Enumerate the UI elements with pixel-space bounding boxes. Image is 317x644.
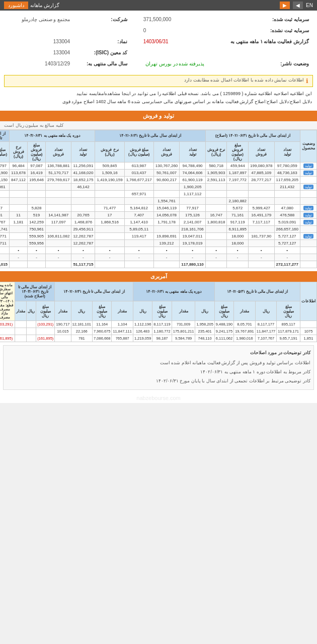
notice-2: دلایل اصلاح:دلایل اصلاح:اصلاح گزارش فعال… [5, 98, 312, 105]
cell [55, 335, 71, 342]
cell: - [227, 254, 249, 261]
cell [300, 190, 317, 197]
table-row: 2,180,882 1,554,761 [0, 197, 317, 204]
cell: 195,768,015 [0, 261, 10, 268]
cell: 148,271,150 [0, 176, 10, 183]
production-subtitle: کلیه مبالغ به میلیون ریال است [0, 121, 317, 130]
cell [274, 197, 300, 204]
table-row: 1,117,112 657,971 [0, 190, 317, 197]
watermark: nabzebourse.com [0, 393, 317, 403]
consumption-table: اطلاعات از ابتدای سال مالی تا تاریخ ۱۴۰۲… [0, 282, 317, 342]
cell [0, 328, 15, 335]
cell: 11,847,177 [255, 328, 277, 335]
fiscal-value: 133004 [6, 48, 72, 58]
table-row: تولید 211,432 1,900,205 46,142 1,580,861 [0, 183, 317, 190]
cell [153, 225, 180, 232]
cell [10, 204, 28, 211]
cell: 319,119,900 [0, 169, 10, 176]
cell: 1,147,410 [124, 218, 153, 225]
cell: 1,104 [112, 320, 133, 328]
capital-value: 371,500,000 [141, 15, 207, 25]
cell: 519 [28, 211, 46, 218]
cell: 1,580,861 [0, 183, 10, 190]
cell [300, 239, 317, 247]
cell: 613,987 [124, 162, 153, 169]
cell: 98,187 [152, 335, 172, 342]
table-row: 1,851 9,65,7,191 7,107,767 1,980,016 6,1… [0, 335, 317, 342]
cell [71, 197, 95, 204]
cell: 136,788,881 [45, 162, 71, 169]
cell: • [45, 247, 71, 254]
th-rial-3: ریال [133, 301, 152, 321]
cell: 5,672 [227, 204, 249, 211]
table-row: تولید 48,736,163 47,885,109 1,187,897 1,… [0, 169, 317, 176]
nav-next-button[interactable]: ▶ [280, 2, 290, 9]
cell [249, 190, 275, 197]
cell: 1,766,677,217 [124, 176, 153, 183]
col-period-1403-month: دوره یک ماهه منتهی به ۱۴۰۳/۰۶/۳۱ [10, 130, 95, 141]
cell: 7,117,117 [249, 218, 275, 225]
th-count-prod-2: تعدادتولید [180, 141, 206, 162]
nav-prev-button[interactable]: ◀ [293, 2, 303, 9]
cell: 5,89,05,11 [124, 225, 153, 232]
cell: 14,056,078 [153, 211, 180, 218]
cell [153, 190, 180, 197]
th-qty-3: مقدار [112, 301, 133, 321]
th-amount-4: مبلغمیلیونریال [93, 301, 112, 321]
th-count-sale-3: تعدادفروش [45, 141, 71, 162]
cell: • [249, 247, 275, 254]
cell: 10,015 [55, 328, 71, 335]
cell: 580,718 [205, 162, 227, 169]
cell [28, 261, 46, 268]
cell [124, 261, 153, 268]
cell: 1,187,897 [227, 169, 249, 176]
total-row: 272,117,277 117,880,110 51,117,715 195,7… [0, 261, 317, 268]
note-2: کادر مربوط به اطلاعات دوره ۱ ماهه منتهی … [7, 368, 310, 376]
cell: 5,727,127 [274, 239, 300, 247]
cell: 22,166 [71, 328, 93, 335]
status-label: وضعیت ناشر: [207, 59, 311, 69]
cell: 1,868,516 [95, 218, 124, 225]
dashboard-button[interactable]: داشبورد [4, 2, 28, 9]
cell: 17,755,711 [0, 239, 10, 247]
table-row: 5,727,127 18,000 19,178,019 139,212 12,2… [0, 239, 317, 247]
cell: 19,047,011 [180, 232, 206, 239]
cell: 1,800,818 [205, 218, 227, 225]
table-row: تولید 5,019,091 7,117,117 917,119 1,800,… [0, 218, 317, 225]
cell: 235,401 [195, 328, 214, 335]
th-rate-sale-3: نرخ فروش(ریال) [10, 141, 28, 162]
cell [249, 225, 275, 232]
cell [28, 183, 46, 190]
cell: 1,905,903 [205, 169, 227, 176]
cell [45, 183, 71, 190]
cell: 47,080 [274, 204, 300, 211]
alert-box: ℹ اطلاعات نمایش داده شده با اطلاعات اعما… [4, 75, 313, 87]
status-value: پذیرفته شده در بورس تهران [130, 59, 207, 69]
cell: 142,259 [28, 218, 46, 225]
cell [45, 204, 71, 211]
cell [10, 183, 28, 190]
note-3: کادر توضیحی مرتبط بر اطلاعات تجمعی از اب… [7, 377, 310, 385]
notes-section: کادر توضیحات در مورد اصلاحات اطلاعات برا… [3, 345, 314, 390]
cell [205, 239, 227, 247]
cell: 5,999,427 [249, 204, 275, 211]
cell: 5,828 [28, 204, 46, 211]
th-qty: مقدار [234, 301, 256, 321]
cell: 16,419 [28, 169, 46, 176]
cell [27, 328, 36, 335]
cell [15, 328, 27, 335]
cell: 18,000 [227, 239, 249, 247]
th-amount-sale-2: مبلغ فروش(میلیون ریال) [124, 141, 153, 162]
cell: 013,437 [124, 169, 153, 176]
cell: - [153, 254, 180, 261]
cell: 12,262,787 [71, 232, 95, 239]
cell: 509,845 [95, 162, 124, 169]
cell: 19,101 [0, 211, 10, 218]
report-label: گزارش ماهانه [30, 3, 59, 8]
cell: 7,086,668 [93, 335, 112, 342]
cell: 11,164 [93, 320, 112, 328]
alert-text: اطلاعات نمایش داده شده با اطلاعات اعمال … [184, 77, 304, 83]
cell: 272,117,277 [274, 261, 300, 268]
cell: 1,980,016 [234, 335, 256, 342]
cell: 19,767,891 [234, 328, 256, 335]
